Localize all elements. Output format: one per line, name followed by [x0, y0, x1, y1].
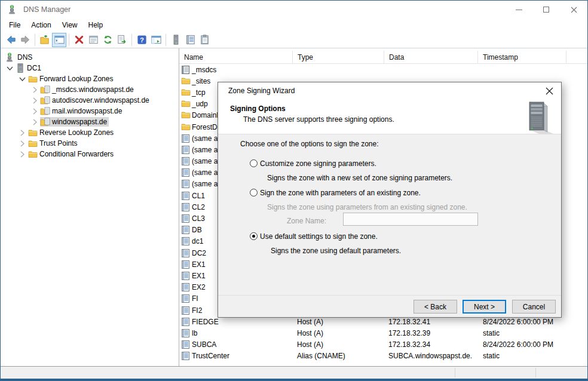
chevron-down-icon[interactable]: [17, 74, 27, 84]
record-name: EX1: [192, 260, 206, 269]
chevron-right-icon[interactable]: [29, 85, 40, 94]
radio-customize-parameters[interactable]: [250, 159, 258, 167]
zone-name-input[interactable]: [343, 213, 478, 226]
menu-help[interactable]: Help: [83, 20, 109, 30]
record-timestamp: static: [478, 329, 587, 337]
toolbar-separator: [166, 34, 166, 46]
chevron-right-icon[interactable]: [17, 139, 27, 148]
record-name: DB: [192, 226, 202, 234]
chevron-down-icon[interactable]: [4, 63, 15, 73]
menu-file[interactable]: File: [4, 20, 26, 30]
folder-icon: [181, 122, 190, 132]
tree-item-trust-points[interactable]: Trust Points: [1, 138, 179, 149]
radio-default-settings[interactable]: [250, 232, 258, 240]
record-row[interactable]: _msdcs: [179, 64, 587, 75]
cancel-button[interactable]: Cancel: [512, 300, 556, 314]
record-timestamp: 8/24/2022 6:00:00 PM: [478, 340, 587, 349]
column-header-data[interactable]: Data: [384, 51, 478, 63]
chevron-right-icon[interactable]: [29, 106, 40, 116]
record-row[interactable]: SUBCAHost (A)172.18.32.348/24/2022 6:00:…: [179, 339, 587, 351]
record-row[interactable]: FIEDGEHost (A)172.18.32.418/24/2022 6:00…: [179, 316, 587, 327]
back-icon: [5, 34, 17, 45]
tree-item-reverse-lookup-zones[interactable]: Reverse Lookup Zones: [1, 127, 179, 138]
tree-item-dc1[interactable]: DC1: [1, 63, 179, 73]
dialog-footer: < Back Next > Cancel: [218, 295, 561, 317]
dns-root-icon: [5, 53, 16, 62]
help-button[interactable]: ?: [134, 33, 149, 47]
next-button[interactable]: Next >: [463, 300, 506, 314]
close-button[interactable]: [560, 1, 587, 19]
record-name: SUBCA: [192, 340, 216, 349]
record-icon: [181, 248, 190, 258]
dns-manager-app-icon: [8, 5, 18, 14]
chevron-right-icon[interactable]: [29, 96, 40, 105]
record-name: EX1: [192, 272, 206, 280]
tree-item-forward-lookup-zones[interactable]: Forward Lookup Zones: [1, 73, 179, 84]
record-name: _udp: [192, 100, 208, 108]
server-button[interactable]: [169, 33, 183, 47]
back-button[interactable]: [4, 33, 18, 47]
record-icon: [181, 294, 190, 303]
radio-customize-label[interactable]: Customize zone signing parameters.: [260, 159, 376, 168]
record-name: _tcp: [192, 88, 206, 97]
tree-item-autodiscover-windowspapst-de[interactable]: autodiscover.windowspapst.de: [1, 95, 179, 106]
open-folder-button[interactable]: [38, 33, 52, 47]
tree-item-mail-windowspapst-de[interactable]: mail.windowspapst.de: [1, 106, 179, 116]
clipboard-button[interactable]: [197, 33, 212, 47]
forward-button[interactable]: [18, 33, 32, 47]
close-icon: [571, 7, 577, 13]
column-header-name[interactable]: Name: [179, 51, 293, 63]
record-name: lb: [192, 329, 197, 337]
column-header-type[interactable]: Type: [293, 51, 384, 63]
record-icon: [181, 225, 190, 235]
tree-item-dns[interactable]: DNS: [1, 52, 179, 63]
server-icon: [15, 63, 25, 73]
zone-icon: [40, 96, 50, 105]
properties-icon: [88, 34, 99, 45]
menu-action[interactable]: Action: [26, 20, 56, 30]
signing-prompt: Choose one of the options to sign the zo…: [240, 140, 379, 148]
properties-button[interactable]: [86, 33, 100, 47]
column-header-timestamp[interactable]: Timestamp: [478, 51, 566, 63]
delete-icon: [74, 34, 85, 45]
tree-item-windowspapst-de[interactable]: windowspapst.de: [1, 116, 179, 127]
zone-icon: [181, 65, 190, 75]
export-list-icon: [117, 34, 128, 45]
dialog-close-button[interactable]: [537, 82, 561, 99]
default-description: Signs the zone using default parameters.: [271, 247, 401, 255]
forward-icon: [20, 34, 31, 45]
menu-view[interactable]: View: [57, 20, 83, 30]
console-tree-panel: DNSDC1Forward Lookup Zones_msdcs.windows…: [1, 48, 179, 366]
chevron-right-icon[interactable]: [29, 117, 40, 127]
record-type: Host (A): [293, 329, 384, 337]
customize-description: Signs the zone with a new set of zone si…: [267, 174, 452, 182]
radio-default-label[interactable]: Use default settings to sign the zone.: [260, 232, 378, 241]
back-button[interactable]: < Back: [414, 300, 457, 314]
record-icon: [181, 317, 190, 327]
folder-icon: [181, 99, 190, 109]
delete-button[interactable]: [72, 33, 86, 47]
record-row[interactable]: TrustCenterAlias (CNAME)SUBCA.windowspap…: [179, 351, 587, 362]
minimize-button[interactable]: [505, 1, 532, 19]
refresh-button[interactable]: [100, 33, 115, 47]
tree-item-label: DC1: [25, 63, 43, 73]
toolbar: ?: [1, 32, 587, 48]
tree-item-label: DNS: [16, 53, 34, 62]
refresh-icon: [102, 34, 114, 45]
record-icon: [181, 145, 190, 155]
export-list-button[interactable]: [115, 33, 129, 47]
chevron-right-icon[interactable]: [17, 149, 27, 159]
radio-existing-label[interactable]: Sign the zone with parameters of an exis…: [260, 189, 421, 197]
maximize-button[interactable]: [532, 1, 560, 19]
tree-item--msdcs-windowspapst-de[interactable]: _msdcs.windowspapst.de: [1, 84, 179, 95]
record-type: Host (A): [293, 318, 384, 326]
show-console-tree-button[interactable]: [52, 33, 66, 47]
new-window-button[interactable]: [149, 33, 163, 47]
chevron-right-icon[interactable]: [17, 128, 27, 137]
tree-item-conditional-forwarders[interactable]: Conditional Forwarders: [1, 149, 179, 159]
tree-item-label: Forward Lookup Zones: [38, 74, 115, 84]
record-row[interactable]: lbHost (A)172.18.32.39static: [179, 327, 587, 339]
open-folder-icon: [39, 34, 51, 45]
records-button[interactable]: [183, 33, 197, 47]
radio-existing-zone[interactable]: [250, 189, 258, 196]
